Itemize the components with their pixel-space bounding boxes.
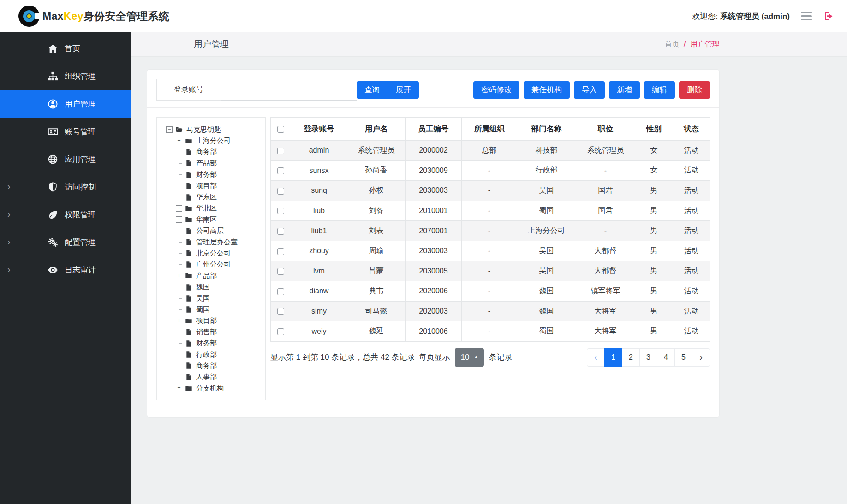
tree-item[interactable]: +分支机构 <box>163 383 262 394</box>
tree-item[interactable]: 产品部 <box>163 158 262 169</box>
page-2[interactable]: 2 <box>622 348 640 367</box>
tree-item[interactable]: 北京分公司 <box>163 248 262 259</box>
menu-toggle-icon[interactable] <box>801 12 812 21</box>
brand-title: MaxKey身份安全管理系统 <box>42 9 169 24</box>
delete-button[interactable]: 删除 <box>679 81 710 99</box>
import-button[interactable]: 导入 <box>574 81 605 99</box>
row-checkbox[interactable] <box>277 208 284 214</box>
row-checkbox[interactable] <box>277 188 284 195</box>
row-checkbox[interactable] <box>277 288 284 295</box>
table-row[interactable]: dianw典韦2020006-魏国镇军将军男活动 <box>271 281 710 302</box>
tree-item[interactable]: +项目部 <box>163 315 262 326</box>
tree-item[interactable]: 商务部 <box>163 147 262 158</box>
sidebar-item-log-audit[interactable]: ›日志审计 <box>0 256 131 284</box>
tree-connector <box>176 281 182 287</box>
tree-item[interactable]: 华东区 <box>163 191 262 202</box>
expand-icon[interactable]: + <box>176 205 182 212</box>
tree-item[interactable]: +上海分公司 <box>163 135 262 146</box>
page-4[interactable]: 4 <box>657 348 675 367</box>
cell-gender: 男 <box>635 221 673 241</box>
page-prev[interactable]: ‹ <box>587 348 605 367</box>
tree-item[interactable]: 魏国 <box>163 281 262 292</box>
tree-item[interactable]: +产品部 <box>163 270 262 281</box>
row-checkbox[interactable] <box>277 328 284 335</box>
sidebar-item-permission-management[interactable]: ›权限管理 <box>0 201 131 228</box>
chevron-right-icon: › <box>7 237 11 246</box>
page-3[interactable]: 3 <box>639 348 657 367</box>
sidebar-item-account-management[interactable]: 账号管理 <box>0 118 131 145</box>
brand-logo[interactable]: MaxKey身份安全管理系统 <box>18 6 169 27</box>
change-password-button[interactable]: 密码修改 <box>473 81 519 99</box>
tree-item[interactable]: 商务部 <box>163 360 262 371</box>
tree-item[interactable]: 蜀国 <box>163 304 262 315</box>
expand-icon[interactable]: + <box>176 385 182 391</box>
page-next[interactable]: › <box>692 348 710 367</box>
cell-login-account: zhouy <box>291 241 347 261</box>
breadcrumb-home-link[interactable]: 首页 <box>665 40 680 48</box>
tree-item[interactable]: 项目部 <box>163 180 262 191</box>
tree-item[interactable]: 公司高层 <box>163 225 262 237</box>
tree-item[interactable]: 行政部 <box>163 349 262 360</box>
tree-item[interactable]: 吴国 <box>163 293 262 304</box>
cell-employee-no: 2000002 <box>406 141 462 161</box>
table-row[interactable]: sunsx孙尚香2030009-行政部-女活动 <box>271 160 710 181</box>
tree-item[interactable]: 财务部 <box>163 169 262 180</box>
edit-button[interactable]: 编辑 <box>644 81 675 99</box>
table-row[interactable]: zhouy周瑜2030003-吴国大都督男活动 <box>271 241 710 261</box>
concurrent-org-button[interactable]: 兼任机构 <box>524 81 570 99</box>
tree-item[interactable]: +华北区 <box>163 203 262 214</box>
expand-icon[interactable]: + <box>176 138 182 144</box>
cell-username: 魏延 <box>347 321 406 342</box>
sidebar-item-app-management[interactable]: 应用管理 <box>0 145 131 173</box>
cell-position: 国君 <box>576 201 635 221</box>
tree-item-label: 项目部 <box>196 182 217 190</box>
breadcrumb: 首页 / 用户管理 <box>665 40 720 49</box>
page-5[interactable]: 5 <box>674 348 692 367</box>
tree-item[interactable]: 广州分公司 <box>163 259 262 270</box>
table-row[interactable]: liub1刘表2070001-上海分公司-男活动 <box>271 221 710 241</box>
tree-item[interactable]: 销售部 <box>163 326 262 338</box>
tree-item[interactable]: +华南区 <box>163 214 262 225</box>
row-checkbox[interactable] <box>277 167 284 174</box>
expand-button[interactable]: 展开 <box>388 81 419 99</box>
page-1[interactable]: 1 <box>604 348 622 367</box>
cell-username: 吕蒙 <box>347 261 406 281</box>
sidebar-item-org-management[interactable]: 组织管理 <box>0 62 131 90</box>
row-checkbox[interactable] <box>277 148 284 154</box>
file-icon <box>185 160 193 167</box>
row-checkbox[interactable] <box>277 268 284 275</box>
row-checkbox[interactable] <box>277 308 284 315</box>
add-button[interactable]: 新增 <box>609 81 640 99</box>
select-all-checkbox[interactable] <box>277 126 284 133</box>
search-input[interactable] <box>221 79 357 101</box>
table-row[interactable]: weiy魏延2010006-蜀国大将军男活动 <box>271 321 710 342</box>
sidebar-item-user-management[interactable]: 用户管理 <box>0 90 131 118</box>
tree-item-label: 吴国 <box>196 294 210 303</box>
sidebar-item-config-management[interactable]: ›配置管理 <box>0 228 131 256</box>
tree-item[interactable]: −马克思钥匙 <box>163 124 262 135</box>
sidebar-item-home[interactable]: 首页 <box>0 35 131 62</box>
row-checkbox[interactable] <box>277 248 284 255</box>
column-header-department: 部门名称 <box>517 118 576 141</box>
expand-icon[interactable]: + <box>176 273 182 279</box>
cell-gender: 男 <box>635 281 673 302</box>
tree-item-label: 商务部 <box>196 362 217 370</box>
tree-item[interactable]: 人事部 <box>163 372 262 383</box>
expand-icon[interactable]: + <box>176 216 182 223</box>
table-row[interactable]: liub刘备2010001-蜀国国君男活动 <box>271 201 710 221</box>
query-button[interactable]: 查询 <box>357 81 388 99</box>
home-icon <box>48 43 60 54</box>
row-checkbox[interactable] <box>277 228 284 235</box>
expand-icon[interactable]: + <box>176 318 182 324</box>
sidebar-item-access-control[interactable]: ›访问控制 <box>0 173 131 201</box>
logout-icon[interactable] <box>823 11 834 22</box>
table-row[interactable]: simy司马懿2020003-魏国大将军男活动 <box>271 301 710 321</box>
select-all-header <box>271 118 291 141</box>
table-row[interactable]: admin系统管理员2000002总部科技部系统管理员女活动 <box>271 141 710 161</box>
tree-item[interactable]: 管理层办公室 <box>163 237 262 248</box>
table-row[interactable]: lvm吕蒙2030005-吴国大都督男活动 <box>271 261 710 281</box>
per-page-dropdown[interactable]: 10 ▲ <box>455 348 484 367</box>
collapse-icon[interactable]: − <box>166 126 173 133</box>
table-row[interactable]: sunq孙权2030003-吴国国君男活动 <box>271 181 710 201</box>
tree-item[interactable]: 财务部 <box>163 338 262 349</box>
